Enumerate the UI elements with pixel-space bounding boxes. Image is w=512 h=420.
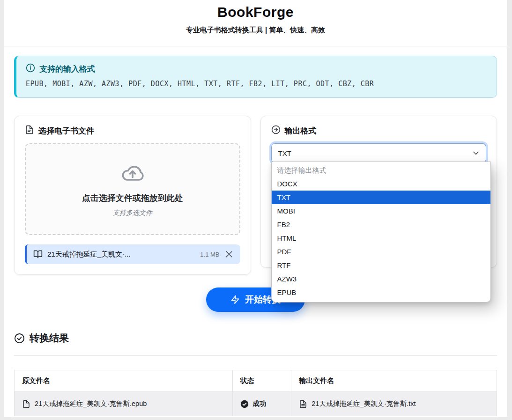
column-header-source: 原文件名 [15,370,233,392]
lightning-icon [230,295,240,304]
source-filename: 21天戒掉拖延症_美凯文·克鲁斯.epub [35,399,147,408]
supported-formats-banner: 支持的输入格式 EPUB, MOBI, AZW, AZW3, PDF, DOCX… [14,56,497,98]
format-option[interactable]: AZW3 [272,272,491,286]
output-filename: 21天戒掉拖延症_美凯文·克鲁斯.txt [312,399,416,408]
dropzone-main-text: 点击选择文件或拖放到此处 [82,192,183,204]
table-row: 21天戒掉拖延症_美凯文·克鲁斯.epub 成功 [15,392,497,416]
results-table: 原文件名 状态 输出文件名 21天戒掉拖延症_美凯文·克鲁斯.epub [14,370,497,416]
dropzone-sub-text: 支持多选文件 [113,209,152,217]
divider [14,355,497,356]
output-format-select[interactable]: TXT [271,143,487,163]
selected-file-chip: 21天戒掉拖延症_美凯文·... 1.1 MB [25,244,240,264]
format-listbox: 请选择输出格式DOCXTXTMOBIFB2HTMLPDFRTFAZW3EPUB [271,162,491,302]
file-icon [22,400,30,408]
output-card-title: 输出格式 [285,125,317,136]
page-title: BookForge [4,4,507,20]
format-option[interactable]: MOBI [272,204,491,218]
arrow-right-circle-icon [271,125,281,137]
file-icon [25,125,34,137]
upload-cloud-icon [117,162,148,188]
format-option[interactable]: FB2 [272,218,491,231]
format-option[interactable]: EPUB [272,286,491,299]
format-option[interactable]: PDF [272,245,491,258]
format-option[interactable]: 请选择输出格式 [272,163,491,177]
results-title: 转换结果 [30,332,69,345]
format-option[interactable]: RTF [272,258,491,272]
file-picker-card: 选择电子书文件 点击选择文件或拖放到此处 支持多选文件 21天戒掉拖延症_美凯文… [14,116,251,275]
success-check-icon [240,400,249,408]
format-option[interactable]: DOCX [272,177,491,191]
file-dropzone[interactable]: 点击选择文件或拖放到此处 支持多选文件 [25,143,240,235]
file-card-title: 选择电子书文件 [38,125,94,136]
format-option[interactable]: HTML [272,231,491,245]
book-icon [33,250,43,259]
file-text-icon [299,400,307,408]
status-badge: 成功 [253,399,267,408]
info-icon [26,63,35,75]
formats-list: EPUB, MOBI, AZW, AZW3, PDF, DOCX, HTML, … [26,80,487,88]
results-section: 转换结果 原文件名 状态 输出文件名 21 [14,332,497,416]
check-circle-icon [14,333,25,344]
page-subtitle: 专业电子书格式转换工具 | 简单、快速、高效 [4,26,507,35]
column-header-status: 状态 [232,370,291,392]
column-header-output: 输出文件名 [291,370,497,392]
output-format-card: 输出格式 TXT 请选择输出格式DOCXTXTMOBIFB2HTMLPDFRTF… [260,116,497,268]
header: BookForge 专业电子书格式转换工具 | 简单、快速、高效 [4,0,507,46]
selected-file-size: 1.1 MB [200,251,219,258]
banner-title: 支持的输入格式 [39,64,95,74]
app-window: BookForge 专业电子书格式转换工具 | 简单、快速、高效 支持的输入格式… [4,0,507,417]
format-option[interactable]: TXT [272,191,491,204]
chevron-down-icon [471,148,481,158]
remove-file-icon[interactable] [224,250,234,259]
select-value: TXT [278,149,291,157]
selected-file-name: 21天戒掉拖延症_美凯文·... [47,250,131,259]
